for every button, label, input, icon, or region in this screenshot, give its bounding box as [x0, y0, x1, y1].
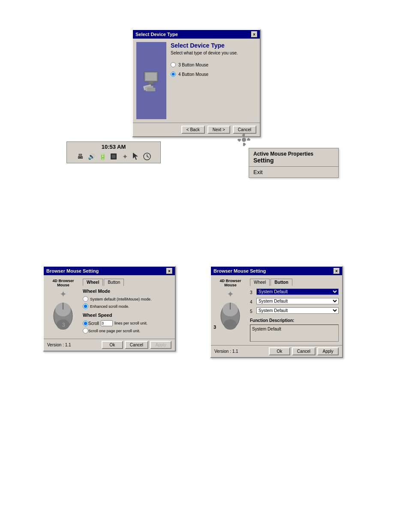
select-device-dialog: Select Device Type × Select Device Type …	[132, 29, 261, 137]
dialog-titlebar: Select Device Type ×	[133, 30, 260, 39]
browser-mouse-image-right: 3	[219, 301, 242, 335]
radio-scroll-page[interactable]	[83, 328, 88, 334]
gear-icon	[237, 133, 251, 147]
scroll-page-row: Scroll one page per scroll unit.	[83, 328, 171, 334]
browser-setting-right-dialog: Browser Mouse Setting × 4D Browser Mouse…	[210, 266, 343, 358]
tab-wheel-left[interactable]: Wheel	[83, 279, 103, 286]
svg-marker-9	[133, 153, 138, 160]
ok-button-right[interactable]: Ok	[269, 347, 290, 355]
btn-row-3-select[interactable]: System Default	[256, 289, 339, 295]
next-button[interactable]: Next >	[208, 126, 230, 134]
dialog-close-button[interactable]: ×	[251, 31, 257, 37]
wheel-speed-title: Wheel Speed	[83, 313, 171, 318]
browser-dialog-left-titlebar: Browser Mouse Setting ×	[44, 267, 175, 275]
browser-dialog-right-content: 4D Browser Mouse ✦ 3 Wheel	[211, 275, 342, 357]
browser-dialog-right-top: 4D Browser Mouse ✦ 3 Wheel	[211, 275, 342, 345]
mouse-properties-exit[interactable]: Exit	[249, 167, 338, 177]
browser-left-panel: 4D Browser Mouse ✦ 3	[47, 279, 79, 335]
dialog-heading: Select Device Type	[171, 42, 256, 49]
taskbar-icon-square[interactable]	[109, 152, 118, 161]
svg-rect-2	[149, 82, 153, 84]
svg-rect-1	[145, 73, 157, 81]
browser-dialog-right-close[interactable]: ×	[334, 268, 340, 274]
footer-buttons-right: Ok Cancel Apply	[269, 347, 339, 355]
svg-rect-3	[147, 84, 155, 85]
taskbar-icon-cursor[interactable]	[131, 152, 141, 161]
radio-option-3btn[interactable]: 3 Button Mouse	[171, 62, 256, 67]
browser-footer-right: Version : 1.1 Ok Cancel Apply	[211, 345, 342, 357]
browser-dialog-left-title: Browser Mouse Setting	[46, 268, 99, 274]
btn-row-4-label: 4	[250, 300, 255, 304]
btn-row-4-select[interactable]: System Default	[256, 298, 339, 304]
radio-intellimouse-label: System default (IntelliMouse) mode.	[90, 297, 152, 301]
svg-point-13	[242, 138, 246, 142]
mouse-gear-icon-wrapper	[237, 133, 251, 147]
version-text-left: Version : 1.1	[47, 343, 71, 347]
cancel-button-right[interactable]: Cancel	[292, 347, 316, 355]
func-description-value: System Default	[252, 327, 337, 331]
svg-line-12	[147, 156, 149, 157]
mouse-properties-active-label: Active Mouse Properties	[253, 151, 334, 157]
scroll-lines-row: Scroll lines per scroll unit.	[83, 320, 171, 326]
browser-dialog-left-close[interactable]: ×	[166, 268, 172, 274]
taskbar-area: 10:53 AM 🖶 🔊 🔋 ✦	[66, 141, 161, 163]
button-row-4: 4 System Default	[250, 298, 339, 306]
taskbar-icon-star[interactable]: ✦	[120, 152, 129, 161]
back-button[interactable]: < Back	[181, 126, 205, 134]
browser-dialog-left-top: 4D Browser Mouse ✦ 3 Wheel	[44, 275, 175, 339]
mouse-properties-setting-label: Setting	[253, 157, 334, 164]
apply-button-left[interactable]: Apply	[150, 341, 171, 349]
tabs-bar-left: Wheel Button	[83, 279, 171, 286]
radio-scroll-lines[interactable]	[83, 321, 88, 326]
taskbar-icons: 🖶 🔊 🔋 ✦	[69, 152, 159, 161]
svg-text:3: 3	[62, 322, 65, 328]
browser-dialog-right-titlebar: Browser Mouse Setting ×	[211, 267, 342, 275]
radio-4btn-label: 4 Button Mouse	[178, 72, 208, 77]
wheel-mode-intellimouse[interactable]: System default (IntelliMouse) mode.	[83, 296, 171, 302]
apply-button-right[interactable]: Apply	[317, 347, 339, 355]
scroll-label: Scroll	[88, 321, 99, 326]
browser-right-left-panel: 4D Browser Mouse ✦ 3	[214, 279, 247, 342]
wheel-mode-enhanced[interactable]: Enhanced scroll mode.	[83, 304, 171, 309]
taskbar-icon-camera[interactable]: 🔋	[98, 152, 107, 161]
ok-button-left[interactable]: Ok	[102, 341, 123, 349]
svg-rect-6	[147, 88, 155, 91]
btn-row-5-select[interactable]: System Default	[256, 307, 339, 314]
version-text-right: Version : 1.1	[214, 349, 238, 354]
func-description-area: System Default	[250, 325, 339, 342]
dialog-left-panel	[136, 42, 166, 119]
browser-mouse-image: 3	[51, 301, 75, 335]
svg-point-30	[224, 319, 237, 330]
browser-right-panel-btn: Wheel Button 3 System Default 4 System D…	[250, 279, 339, 342]
tab-button-left[interactable]: Button	[104, 279, 124, 286]
scroll-lines-input[interactable]	[101, 320, 113, 326]
dialog-body: Select Device Type Select what type of d…	[133, 39, 260, 123]
tabs-bar-right: Wheel Button	[250, 279, 339, 286]
radio-intellimouse[interactable]	[83, 296, 88, 302]
button-row-3: 3 System Default	[250, 289, 339, 297]
browser-dialog-left-content: 4D Browser Mouse ✦ 3 Wheel	[44, 275, 175, 351]
tab-wheel-right[interactable]: Wheel	[250, 279, 270, 286]
button-row-5: 5 System Default	[250, 307, 339, 316]
dialog-subtitle: Select what type of device you use.	[171, 51, 256, 55]
radio-enhanced[interactable]	[83, 304, 88, 309]
radio-3btn[interactable]	[171, 62, 176, 67]
tab-button-right[interactable]: Button	[271, 279, 292, 286]
cancel-button-left[interactable]: Cancel	[125, 341, 148, 349]
taskbar-icon-audio[interactable]: 🔊	[87, 152, 96, 161]
browser-dialog-right-title: Browser Mouse Setting	[214, 268, 266, 274]
browser-star-icon: ✦	[60, 289, 67, 299]
taskbar-icon-clock[interactable]	[142, 152, 152, 161]
taskbar-icon-print[interactable]: 🖶	[75, 152, 85, 161]
footer-buttons-left: Ok Cancel Apply	[102, 341, 171, 349]
radio-4btn[interactable]	[171, 72, 176, 77]
btn-row-5-label: 5	[250, 309, 255, 314]
browser-right-panel-wheel: Wheel Button Wheel Mode System default (…	[83, 279, 171, 335]
mouse-properties-header: Active Mouse Properties Setting	[249, 148, 338, 167]
browser-device-label-right: 4D Browser Mouse	[214, 279, 247, 287]
btn-row-3-label: 3	[250, 290, 255, 295]
lines-suffix: lines per scroll unit.	[114, 321, 147, 325]
func-description-title: Function Description:	[250, 318, 339, 323]
radio-option-4btn[interactable]: 4 Button Mouse	[171, 72, 256, 77]
mouse-properties-menu: Active Mouse Properties Setting Exit	[249, 148, 339, 178]
